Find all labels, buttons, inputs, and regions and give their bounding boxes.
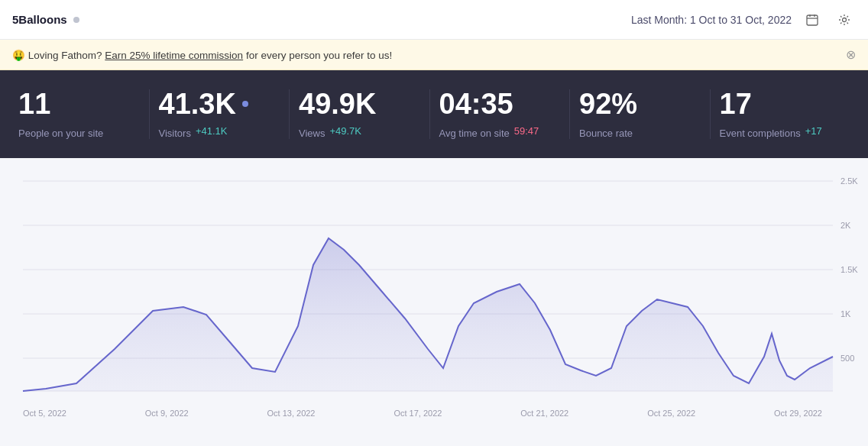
x-axis-labels: Oct 5, 2022Oct 9, 2022Oct 13, 2022Oct 17…: [0, 402, 868, 418]
site-name: 5Balloons: [12, 13, 67, 26]
svg-text:2K: 2K: [840, 221, 851, 230]
stat-label-5: Event completions: [720, 128, 801, 139]
stat-item-0: 11People on your site: [18, 89, 150, 139]
header-right: Last Month: 1 Oct to 31 Oct, 2022: [631, 8, 856, 31]
chart-container: 2.5K 2K 1.5K 1K 500: [0, 173, 868, 402]
svg-text:1K: 1K: [840, 309, 851, 318]
stat-label-0: People on your site: [18, 128, 103, 139]
stat-change-2: +49.7K: [329, 125, 361, 137]
stat-label-4: Bounce rate: [579, 128, 633, 139]
status-dot: [73, 17, 79, 23]
svg-point-4: [843, 18, 847, 21]
chart-area: 2.5K 2K 1.5K 1K 500 Oct 5, 2022Oct 9, 20…: [0, 158, 868, 425]
promo-banner: 🤑 Loving Fathom? Earn 25% lifetime commi…: [0, 40, 868, 70]
live-dot: [242, 101, 248, 107]
header: 5Balloons Last Month: 1 Oct to 31 Oct, 2…: [0, 0, 868, 40]
svg-text:1.5K: 1.5K: [840, 265, 858, 274]
stat-value-3: 04:35: [439, 89, 513, 118]
svg-rect-0: [807, 15, 818, 25]
stats-bar: 11People on your site41.3KVisitors+41.1K…: [0, 70, 868, 158]
svg-text:2.5K: 2.5K: [840, 176, 858, 186]
stat-value-2: 49.9K: [299, 89, 376, 118]
x-label-3: Oct 17, 2022: [394, 409, 442, 418]
banner-text: 🤑 Loving Fathom? Earn 25% lifetime commi…: [12, 49, 392, 61]
x-label-1: Oct 9, 2022: [145, 409, 189, 418]
stat-item-3: 04:35Avg time on site59:47: [430, 89, 571, 139]
referral-link[interactable]: Earn 25% lifetime commission: [105, 50, 243, 61]
stat-label-2: Views: [299, 128, 325, 139]
x-label-5: Oct 25, 2022: [647, 409, 695, 418]
stat-value-1: 41.3K: [159, 89, 236, 118]
date-range: Last Month: 1 Oct to 31 Oct, 2022: [631, 14, 792, 26]
stat-value-4: 92%: [579, 89, 637, 118]
stat-value-0: 11: [18, 89, 50, 118]
x-label-4: Oct 21, 2022: [520, 409, 568, 418]
stat-item-4: 92%Bounce rate: [570, 89, 711, 139]
x-label-0: Oct 5, 2022: [23, 409, 66, 418]
stat-change-1: +41.1K: [196, 125, 228, 137]
area-chart: 2.5K 2K 1.5K 1K 500: [0, 173, 868, 402]
stat-item-5: 17Event completions+17: [711, 89, 850, 139]
stat-item-2: 49.9KViews+49.7K: [290, 89, 430, 139]
calendar-icon[interactable]: [801, 8, 824, 31]
stat-value-5: 17: [720, 89, 752, 118]
x-label-2: Oct 13, 2022: [267, 409, 316, 418]
banner-close-icon[interactable]: ⊗: [846, 47, 856, 62]
stat-item-1: 41.3KVisitors+41.1K: [150, 89, 290, 139]
settings-icon[interactable]: [833, 8, 856, 31]
x-label-6: Oct 29, 2022: [774, 409, 822, 418]
header-left: 5Balloons: [12, 13, 79, 26]
svg-text:500: 500: [840, 354, 854, 363]
stat-change-3: 59:47: [514, 125, 539, 137]
stat-label-1: Visitors: [159, 128, 191, 139]
stat-label-3: Avg time on site: [439, 128, 510, 139]
stat-change-5: +17: [805, 125, 822, 137]
